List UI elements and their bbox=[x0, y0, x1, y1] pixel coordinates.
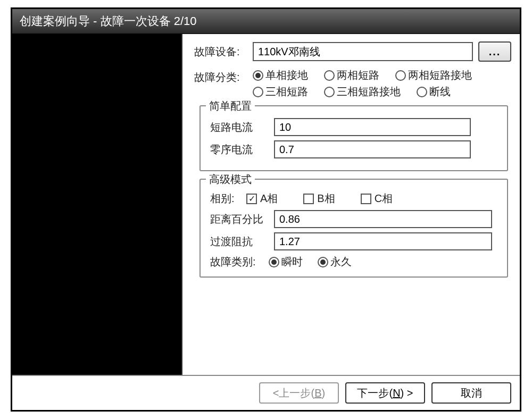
radio-two-phase-short-ground[interactable]: 两相短路接地 bbox=[395, 68, 480, 82]
advanced-mode-group: 高级模式 相别: ✓ A相 B相 C bbox=[200, 179, 508, 278]
wizard-window: 创建案例向导 - 故障一次设备 2/10 故障设备: ... 故障分类: 单相接… bbox=[11, 7, 521, 412]
radio-label: 三相短路接地 bbox=[337, 85, 401, 99]
simple-config-legend: 简单配置 bbox=[206, 99, 255, 113]
simple-config-group: 简单配置 短路电流 零序电流 bbox=[200, 105, 508, 171]
radio-single-phase-ground[interactable]: 单相接地 bbox=[253, 68, 317, 82]
radio-icon bbox=[324, 70, 335, 81]
next-prefix: 下一步( bbox=[357, 387, 393, 399]
short-circuit-input[interactable] bbox=[274, 118, 471, 136]
zero-seq-label: 零序电流 bbox=[210, 143, 274, 157]
checkbox-label: C相 bbox=[375, 191, 393, 206]
transition-impedance-row: 过渡阻抗 bbox=[210, 232, 497, 250]
radio-label: 三相短路 bbox=[265, 85, 308, 99]
short-circuit-label: 短路电流 bbox=[210, 120, 274, 135]
browse-button[interactable]: ... bbox=[478, 41, 511, 62]
checkbox-icon bbox=[303, 194, 314, 204]
distance-percent-row: 距离百分比 bbox=[210, 210, 497, 228]
zero-seq-row: 零序电流 bbox=[210, 140, 497, 158]
radio-disconnect[interactable]: 断线 bbox=[417, 85, 459, 99]
radio-label: 瞬时 bbox=[281, 255, 303, 269]
distance-percent-label: 距离百分比 bbox=[210, 212, 274, 227]
back-suffix: ) bbox=[322, 387, 326, 399]
radio-icon bbox=[324, 87, 335, 97]
radio-label: 两相短路 bbox=[337, 68, 379, 82]
cancel-button[interactable]: 取消 bbox=[431, 382, 511, 404]
radio-icon bbox=[417, 87, 427, 97]
wizard-content: 故障设备: ... 故障分类: 单相接地 两相短路 bbox=[182, 34, 520, 375]
fault-category-label: 故障分类: bbox=[194, 68, 253, 85]
radio-label: 永久 bbox=[330, 255, 352, 269]
advanced-mode-legend: 高级模式 bbox=[206, 172, 255, 187]
phase-row: 相别: ✓ A相 B相 C相 bbox=[210, 191, 497, 206]
fault-type-row: 故障类别: 瞬时 永久 bbox=[210, 255, 497, 269]
titlebar: 创建案例向导 - 故障一次设备 2/10 bbox=[12, 9, 520, 34]
phase-label: 相别: bbox=[210, 191, 244, 206]
next-suffix: ) > bbox=[401, 387, 413, 399]
radio-two-phase-short[interactable]: 两相短路 bbox=[324, 68, 388, 82]
back-prefix: <上一步( bbox=[273, 387, 314, 399]
fault-type-label: 故障类别: bbox=[210, 255, 269, 269]
next-key: N bbox=[393, 387, 400, 399]
radio-icon bbox=[269, 257, 279, 267]
radio-three-phase-short-ground[interactable]: 三相短路接地 bbox=[324, 85, 409, 99]
window-title: 创建案例向导 - 故障一次设备 2/10 bbox=[20, 14, 196, 28]
distance-percent-input[interactable] bbox=[274, 210, 492, 228]
transition-impedance-label: 过渡阻抗 bbox=[210, 234, 274, 249]
wizard-sidebar bbox=[12, 34, 182, 375]
checkbox-phase-c[interactable]: C相 bbox=[361, 191, 393, 206]
window-body: 故障设备: ... 故障分类: 单相接地 两相短路 bbox=[12, 34, 520, 375]
wizard-footer: <上一步(B) 下一步(N) > 取消 bbox=[12, 375, 520, 410]
radio-transient[interactable]: 瞬时 bbox=[269, 255, 303, 269]
checkbox-phase-a[interactable]: ✓ A相 bbox=[246, 191, 278, 206]
fault-category-row: 故障分类: 单相接地 两相短路 两相短路接地 bbox=[194, 68, 511, 99]
radio-three-phase-short[interactable]: 三相短路 bbox=[253, 85, 317, 99]
checkbox-label: B相 bbox=[317, 191, 335, 206]
fault-device-label: 故障设备: bbox=[194, 45, 253, 59]
short-circuit-row: 短路电流 bbox=[210, 118, 497, 136]
radio-label: 单相接地 bbox=[265, 68, 308, 82]
back-key: B bbox=[314, 387, 321, 399]
back-button: <上一步(B) bbox=[259, 382, 339, 404]
checkbox-phase-b[interactable]: B相 bbox=[303, 191, 335, 206]
transition-impedance-input[interactable] bbox=[274, 232, 492, 250]
fault-type-group: 瞬时 永久 bbox=[269, 255, 352, 269]
radio-permanent[interactable]: 永久 bbox=[318, 255, 352, 269]
phase-checkbox-group: ✓ A相 B相 C相 bbox=[246, 191, 393, 206]
radio-icon bbox=[253, 87, 263, 97]
fault-category-group: 单相接地 两相短路 两相短路接地 三相短路 bbox=[253, 68, 511, 99]
radio-label: 两相短路接地 bbox=[408, 68, 472, 82]
zero-seq-input[interactable] bbox=[274, 140, 471, 158]
radio-label: 断线 bbox=[429, 85, 451, 99]
fault-device-input[interactable] bbox=[253, 42, 473, 61]
checkbox-icon: ✓ bbox=[246, 194, 257, 204]
checkbox-icon bbox=[361, 194, 371, 204]
radio-icon bbox=[395, 70, 406, 81]
radio-icon bbox=[253, 70, 263, 81]
fault-device-row: 故障设备: ... bbox=[194, 41, 511, 62]
radio-icon bbox=[318, 257, 328, 267]
next-button[interactable]: 下一步(N) > bbox=[345, 382, 425, 404]
checkbox-label: A相 bbox=[260, 191, 278, 206]
